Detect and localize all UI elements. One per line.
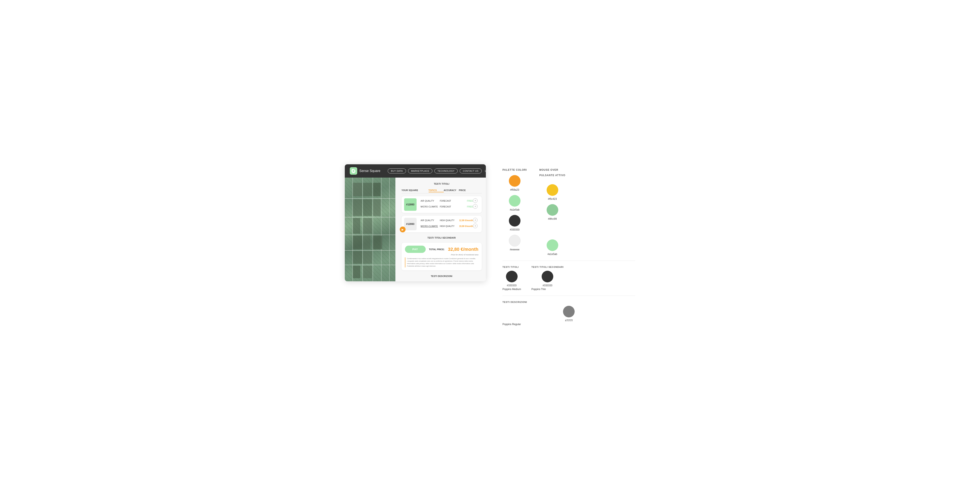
map-area[interactable] — [345, 178, 395, 281]
accuracy-1-2: FORECAST — [440, 205, 451, 208]
col-your-square: YOUR SQUARE — [402, 189, 429, 192]
square-card-1: #12893 AIR QUALITY FORECAST FREE ✕ MICRO… — [402, 196, 482, 213]
pay-section: PAY TOTAL PRICE: 32,80 €/month Price for… — [402, 243, 482, 270]
testi-desc-block: TESTI DESCRIZIONI #7f7f7f Poppins Regula… — [503, 301, 635, 326]
app-name: Sense Square — [359, 169, 380, 173]
close-2-2[interactable]: ✕ — [473, 224, 477, 228]
testi-titoli-color-circle — [506, 271, 518, 282]
testi-titoli-block: TESTI TITOLI #333333 Poppins Medium — [503, 266, 521, 291]
price-2-2: 19,90 €/month — [459, 225, 473, 228]
color-label-orange: #f59a23 — [510, 188, 519, 191]
testi-titoli-sec-color-circle — [542, 271, 553, 282]
testi-titoli-font: Poppins Medium — [503, 288, 521, 291]
accuracy-2-2: HIGH QUALITY — [440, 225, 455, 228]
close-2-1[interactable]: ✕ — [473, 218, 477, 223]
color-circle-dark — [509, 215, 520, 226]
buy-data-button[interactable]: BUY DATA — [388, 169, 406, 173]
testi-titoli-color: #333333 — [503, 271, 521, 287]
content-area: ▶ TESTI TITOLI YOUR SQUARE TOPICS ACCURA… — [345, 178, 486, 281]
color-label-light-green2: #a1e5ab — [547, 253, 557, 256]
price-sub-label: Price for 4Km2 of monitored area — [405, 254, 479, 256]
color-yellow: #f5c423 — [539, 184, 565, 200]
expand-panel-button[interactable]: ▶ — [400, 226, 406, 232]
terms-text: Confermando il tuo ordine accetti integr… — [405, 258, 479, 267]
testi-titoli-sec-block: TESTI TITOLI SECONDARI #333333 Poppins T… — [531, 266, 564, 291]
login-link[interactable]: Log-in / Sign-up — [485, 170, 486, 172]
col-topics: TOPICS — [429, 189, 444, 192]
accuracy-1-1: FORECAST — [440, 200, 451, 202]
technology-button[interactable]: TECHNOLOGY — [434, 169, 458, 173]
testi-desc-color-label: #7f7f7f — [565, 319, 573, 322]
color-circle-mid-green — [547, 204, 558, 216]
page-container: Sense Square BUY DATA MARKETPLACE TECHNO… — [345, 164, 635, 326]
mouse-over-title: MOUSE OVER — [539, 169, 565, 171]
close-1-2[interactable]: ✕ — [473, 204, 477, 209]
testi-desc-color: #7f7f7f — [503, 306, 635, 322]
square-card-2: #12893 AIR QUALITY HIGH QUALITY 12,90 €/… — [402, 216, 482, 232]
total-price-value: 32,80 €/month — [448, 247, 478, 252]
color-dark: #333333 — [503, 215, 527, 231]
specs-divider-2 — [503, 296, 635, 296]
square-id-2: #12893 — [404, 218, 417, 230]
navbar: Sense Square BUY DATA MARKETPLACE TECHNO… — [345, 164, 486, 178]
mouse-over-sub: pulsante attivo — [539, 174, 565, 177]
testi-titoli-sec-color: #333333 — [531, 271, 564, 287]
secondary-annotation: TESTI TITOLI SECONDARI — [428, 237, 456, 239]
color-orange: #f59a23 — [503, 175, 527, 191]
col-price: PRICE — [459, 189, 476, 192]
color-label-mid-green: #8fcc99 — [548, 217, 557, 220]
table-header: YOUR SQUARE TOPICS ACCURACY PRICE — [402, 189, 482, 193]
navbar-logo: Sense Square — [350, 167, 380, 175]
price-2-1: 12,90 €/month — [459, 219, 473, 221]
color-circle-light-green2 — [547, 239, 558, 251]
color-circle-orange — [509, 175, 520, 187]
testi-titoli-color-label: #333333 — [507, 284, 517, 287]
color-circle-yellow — [547, 184, 558, 196]
color-label-light-grey: #eeeeee — [510, 248, 520, 251]
color-light-green: #a1e5ab — [503, 195, 527, 211]
contact-us-button[interactable]: CONTACT US — [460, 169, 482, 173]
topic-1-2: MICRO-CLIMATE — [421, 205, 438, 208]
palette-title: PALETTE COLORI — [503, 169, 527, 171]
testi-titoli-sec-title: TESTI TITOLI SECONDARI — [531, 266, 564, 268]
color-label-yellow: #f5c423 — [548, 197, 557, 200]
logo-icon — [350, 167, 357, 175]
square-id-1: #12893 — [404, 198, 417, 211]
testi-titoli-sec-font: Poppins Thin — [531, 288, 564, 291]
close-1-1[interactable]: ✕ — [473, 198, 477, 203]
price-1-2: FREE — [467, 205, 473, 208]
nav-buttons: BUY DATA MARKETPLACE TECHNOLOGY CONTACT … — [388, 169, 482, 173]
color-label-light-green: #a1e5ab — [510, 208, 520, 211]
color-circle-light-grey — [509, 235, 520, 247]
accuracy-2-1: HIGH QUALITY — [440, 219, 455, 221]
right-panel: TESTI TITOLI YOUR SQUARE TOPICS ACCURACY… — [395, 178, 486, 281]
testi-desc-font: Poppins Regular — [503, 323, 635, 326]
testi-desc-color-circle — [563, 306, 574, 317]
color-label-dark: #333333 — [510, 228, 520, 231]
topic-2-1: AIR QUALITY — [421, 219, 434, 221]
col-accuracy: ACCURACY — [444, 189, 459, 192]
desc-annotation: TESTI DESCRIZIONI — [431, 275, 452, 277]
total-price-label: TOTAL PRICE: — [429, 248, 445, 251]
topic-2-2: MICRO-CLIMATE — [421, 225, 438, 228]
testi-titoli-title: TESTI TITOLI — [503, 266, 521, 268]
testi-titoli-sec-color-label: #333333 — [543, 284, 552, 287]
topic-1-1: AIR QUALITY — [421, 200, 434, 202]
color-light-grey: #eeeeee — [503, 235, 527, 251]
price-1-1: FREE — [467, 200, 473, 202]
header-annotation: TESTI TITOLI — [434, 183, 449, 185]
palette-section: PALETTE COLORI #f59a23 #a1e5ab #333333 — [503, 169, 635, 256]
pay-row: PAY TOTAL PRICE: 32,80 €/month — [405, 246, 479, 253]
specs-panel: PALETTE COLORI #f59a23 #a1e5ab #333333 — [498, 164, 635, 326]
text-styles-section: TESTI TITOLI #333333 Poppins Medium TEST… — [503, 266, 635, 291]
marketplace-button[interactable]: MARKETPLACE — [408, 169, 432, 173]
color-circle-light-green — [509, 195, 520, 207]
testi-desc-title: TESTI DESCRIZIONI — [503, 301, 635, 303]
pay-button[interactable]: PAY — [405, 246, 426, 253]
color-mid-green: #8fcc99 — [539, 204, 565, 220]
color-light-green2: #a1e5ab — [539, 239, 565, 256]
app-window: Sense Square BUY DATA MARKETPLACE TECHNO… — [345, 164, 486, 281]
